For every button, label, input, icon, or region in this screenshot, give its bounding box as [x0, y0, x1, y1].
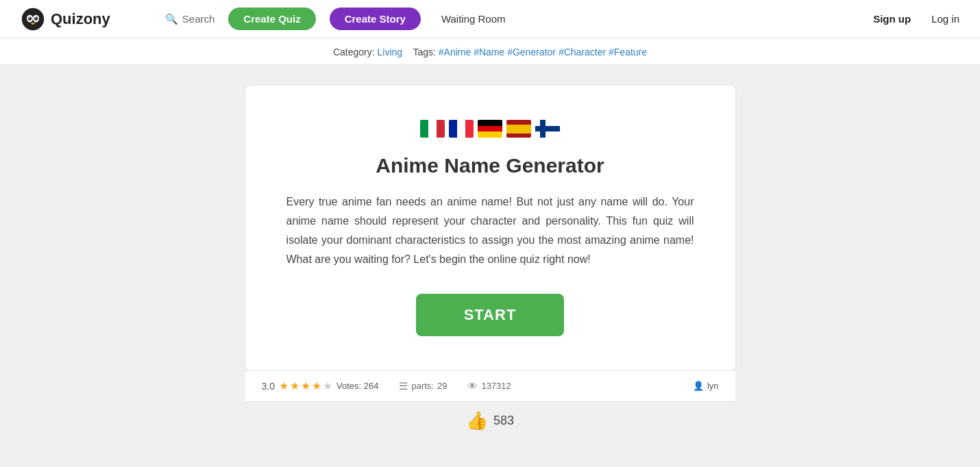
- svg-point-5: [29, 17, 30, 18]
- author-icon: 👤: [693, 381, 704, 391]
- star-2: ★: [290, 379, 299, 392]
- search-label: Search: [182, 13, 215, 25]
- svg-point-0: [22, 8, 44, 29]
- flags-row: [286, 120, 694, 138]
- parts-icon: ☰: [399, 380, 408, 392]
- likes-bar: 👍 583: [245, 401, 735, 438]
- svg-point-7: [32, 22, 34, 24]
- tag-feature[interactable]: #Feature: [609, 47, 647, 58]
- likes-count: 583: [493, 414, 514, 428]
- logo[interactable]: Quizony: [21, 7, 110, 31]
- waiting-room-link[interactable]: Waiting Room: [441, 13, 506, 25]
- create-quiz-button[interactable]: Create Quiz: [228, 8, 315, 30]
- author-area: 👤 lyn: [693, 381, 719, 391]
- svg-point-3: [28, 16, 32, 20]
- star-1: ★: [279, 379, 289, 392]
- star-4: ★: [312, 379, 321, 392]
- quiz-title: Anime Name Generator: [286, 154, 694, 177]
- star-3: ★: [301, 379, 310, 392]
- spain-flag: [506, 120, 531, 138]
- stars: ★ ★ ★ ★ ★: [279, 379, 332, 392]
- quiz-card: Anime Name Generator Every true anime fa…: [245, 86, 735, 370]
- views-icon: 👁: [467, 380, 478, 392]
- start-button[interactable]: START: [416, 294, 565, 336]
- sub-header: Category: Living Tags: #Anime #Name #Gen…: [0, 38, 980, 65]
- tag-anime[interactable]: #Anime: [439, 47, 471, 58]
- views-stat: 👁 137312: [467, 380, 511, 392]
- finland-flag: [535, 120, 560, 138]
- search-icon: 🔍: [165, 13, 178, 25]
- thumbs-up-icon[interactable]: 👍: [466, 410, 488, 431]
- tag-name[interactable]: #Name: [474, 47, 504, 58]
- rating-area: 3.0 ★ ★ ★ ★ ★ Votes: 264: [262, 379, 379, 392]
- main-content: Anime Name Generator Every true anime fa…: [0, 65, 980, 452]
- quiz-description: Every true anime fan needs an anime name…: [286, 192, 694, 269]
- header: Quizony 🔍 Search Create Quiz Create Stor…: [0, 0, 980, 38]
- parts-stat: ☰ parts: 29: [399, 380, 447, 392]
- star-5: ★: [323, 379, 332, 392]
- france-flag: [449, 120, 474, 138]
- category-label: Category:: [333, 47, 375, 58]
- author-name: lyn: [707, 381, 719, 391]
- log-in-link[interactable]: Log in: [931, 13, 959, 25]
- logo-icon: [21, 7, 45, 31]
- tag-generator[interactable]: #Generator: [507, 47, 556, 58]
- views-count: 137312: [481, 381, 511, 391]
- category-link[interactable]: Living: [378, 47, 403, 58]
- italy-flag: [420, 120, 445, 138]
- parts-count: 29: [437, 381, 447, 391]
- tags-label: Tags:: [413, 47, 435, 58]
- votes-text: Votes: 264: [336, 381, 378, 391]
- rating-value: 3.0: [262, 381, 275, 392]
- tag-character[interactable]: #Character: [559, 47, 606, 58]
- germany-flag: [478, 120, 502, 138]
- logo-text: Quizony: [51, 10, 110, 28]
- svg-point-6: [35, 17, 36, 18]
- search-area[interactable]: 🔍 Search: [165, 13, 215, 25]
- sign-up-link[interactable]: Sign up: [873, 13, 911, 25]
- parts-label: parts:: [411, 381, 434, 391]
- svg-point-4: [34, 16, 38, 20]
- create-story-button[interactable]: Create Story: [330, 8, 421, 30]
- stats-bar: 3.0 ★ ★ ★ ★ ★ Votes: 264 ☰ parts: 29 👁 1…: [245, 370, 735, 401]
